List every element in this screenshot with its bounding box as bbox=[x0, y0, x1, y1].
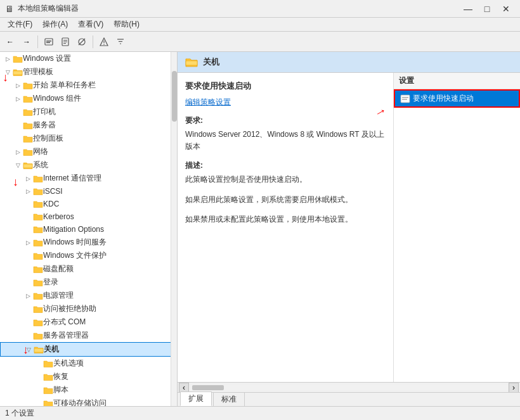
note-section: 如果启用此策略设置，则系统需要启用休眠模式。 bbox=[185, 194, 386, 206]
expander-internet-comm[interactable]: ▷ bbox=[23, 174, 33, 184]
expander-kdc bbox=[23, 199, 33, 209]
toolbar-btn4[interactable] bbox=[96, 34, 112, 49]
tree-item-disk-quota[interactable]: 磁盘配额 bbox=[0, 262, 177, 276]
tree-item-mitigation-options[interactable]: Mitigation Options bbox=[0, 223, 177, 236]
tab-standard[interactable]: 标准 bbox=[213, 392, 245, 406]
expander-windows-settings[interactable]: ▷ bbox=[3, 54, 13, 64]
tree-item-login[interactable]: 登录 bbox=[0, 276, 177, 289]
folder-icon-removable-storage bbox=[43, 398, 53, 407]
label-windows-components: Windows 组件 bbox=[33, 93, 81, 104]
tree-item-windows-settings[interactable]: ▷ Windows 设置 bbox=[0, 52, 177, 65]
label-shutdown-options: 关机选项 bbox=[53, 358, 84, 369]
folder-icon-server bbox=[23, 120, 33, 130]
menu-file[interactable]: 文件(F) bbox=[3, 18, 37, 31]
tree-item-system[interactable]: ▽ 系统 bbox=[0, 158, 177, 172]
svg-rect-5 bbox=[63, 41, 67, 42]
tree-item-access-denied[interactable]: 访问被拒绝协助 bbox=[0, 302, 177, 315]
hscrollbar[interactable]: ‹ › bbox=[178, 382, 520, 392]
expander-windows-time[interactable]: ▷ bbox=[23, 238, 33, 248]
description-text: 此策略设置控制是否使用快速启动。 bbox=[185, 174, 386, 186]
folder-icon-windows-settings bbox=[13, 54, 23, 64]
tree-item-iscsi[interactable]: ▷ iSCSI bbox=[0, 185, 177, 198]
expander-printer bbox=[13, 107, 23, 117]
folder-icon-internet-comm bbox=[33, 174, 43, 184]
tree-item-shutdown[interactable]: ▽ 关机 bbox=[0, 342, 177, 357]
tree-item-kerberos[interactable]: Kerberos bbox=[0, 210, 177, 223]
statusbar: 1 个设置 bbox=[0, 406, 520, 420]
menu-action[interactable]: 操作(A) bbox=[37, 18, 73, 31]
tree-item-power-mgmt[interactable]: ▷ 电源管理 bbox=[0, 289, 177, 302]
menubar: 文件(F) 操作(A) 查看(V) 帮助(H) bbox=[0, 18, 520, 32]
label-printer: 打印机 bbox=[33, 106, 56, 117]
toolbar-btn1[interactable] bbox=[41, 34, 56, 49]
tree-item-network[interactable]: ▷ 网络 bbox=[0, 145, 177, 158]
header-folder-icon bbox=[185, 56, 198, 68]
folder-icon-windows-components bbox=[23, 94, 33, 104]
minimize-button[interactable]: — bbox=[459, 2, 477, 16]
tree-item-printer[interactable]: 打印机 bbox=[0, 105, 177, 118]
expander-shutdown[interactable]: ▽ bbox=[23, 345, 34, 355]
expander-iscsi[interactable]: ▷ bbox=[23, 186, 33, 196]
menu-view[interactable]: 查看(V) bbox=[73, 18, 108, 31]
policy-link[interactable]: 编辑策略设置 bbox=[185, 97, 231, 108]
tree-item-shutdown-options[interactable]: 关机选项 bbox=[0, 357, 177, 370]
tree-item-recovery[interactable]: 恢复 bbox=[0, 370, 177, 383]
toolbar-sep1 bbox=[37, 35, 38, 48]
expander-start-menu[interactable]: ▷ bbox=[13, 80, 23, 91]
folder-icon-kdc bbox=[33, 199, 43, 209]
expander-windows-file-protect bbox=[23, 251, 33, 261]
expander-network[interactable]: ▷ bbox=[13, 147, 23, 157]
tree-item-windows-time[interactable]: ▷ Windows 时间服务 bbox=[0, 236, 177, 249]
svg-rect-0 bbox=[45, 39, 53, 45]
tree-item-windows-file-protect[interactable]: Windows 文件保护 bbox=[0, 249, 177, 262]
tree-item-distributed-com[interactable]: 分布式 COM bbox=[0, 315, 177, 329]
tree-item-control-panel[interactable]: 控制面板 bbox=[0, 132, 177, 145]
svg-rect-16 bbox=[402, 97, 408, 98]
toolbar-forward[interactable]: → bbox=[19, 34, 34, 49]
label-distributed-com: 分布式 COM bbox=[43, 317, 86, 328]
expander-recovery bbox=[33, 372, 43, 382]
right-header-title: 关机 bbox=[203, 56, 219, 68]
expander-windows-components[interactable]: ▷ bbox=[13, 94, 23, 104]
toolbar-filter[interactable] bbox=[113, 34, 128, 49]
tree-scrollbar[interactable] bbox=[171, 52, 177, 406]
settings-item-label: 要求使用快速启动 bbox=[413, 93, 474, 104]
expander-scripts bbox=[33, 385, 43, 395]
menu-help[interactable]: 帮助(H) bbox=[108, 18, 145, 31]
expander-power-mgmt[interactable]: ▷ bbox=[23, 291, 33, 301]
tree-item-internet-comm[interactable]: ▷ Internet 通信管理 bbox=[0, 172, 177, 185]
label-windows-file-protect: Windows 文件保护 bbox=[43, 250, 107, 261]
folder-icon-shutdown bbox=[34, 345, 44, 355]
maximize-button[interactable]: □ bbox=[478, 2, 496, 16]
description-title: 描述: bbox=[185, 160, 386, 171]
label-login: 登录 bbox=[43, 277, 58, 288]
toolbar-btn2[interactable] bbox=[58, 34, 73, 49]
tree-item-removable-storage[interactable]: 可移动存储访问 bbox=[0, 397, 177, 406]
folder-icon-network bbox=[23, 147, 33, 157]
folder-icon-mitigation-options bbox=[33, 224, 43, 234]
folder-icon-control-panel bbox=[23, 134, 33, 144]
tree-item-scripts[interactable]: 脚本 bbox=[0, 383, 177, 397]
expander-login bbox=[23, 277, 33, 288]
titlebar-left: 🖥 本地组策略编辑器 bbox=[5, 3, 79, 14]
close-button[interactable]: ✕ bbox=[497, 2, 515, 16]
hscroll-right[interactable]: › bbox=[509, 383, 519, 393]
tab-expand[interactable]: 扩展 bbox=[180, 391, 212, 406]
folder-icon-recovery bbox=[43, 372, 53, 382]
settings-panel: 设置 要求使用快速启动 bbox=[393, 73, 520, 382]
tree-item-server-mgr[interactable]: 服务器管理器 bbox=[0, 329, 177, 342]
tree-item-windows-components[interactable]: ▷ Windows 组件 bbox=[0, 92, 177, 105]
expander-system[interactable]: ▽ bbox=[13, 160, 23, 170]
toolbar-back[interactable]: ← bbox=[3, 34, 18, 49]
settings-item-fast-boot[interactable]: 要求使用快速启动 bbox=[394, 89, 520, 108]
toolbar-btn3[interactable] bbox=[74, 34, 89, 49]
tree-panel[interactable]: ▷ Windows 设置 ▽ 管理模板 ▷ 开始 菜单和任务栏 ▷ Window… bbox=[0, 52, 178, 406]
tree-item-kdc[interactable]: KDC bbox=[0, 198, 177, 210]
toolbar-sep2 bbox=[93, 35, 93, 48]
expander-admin-templates[interactable]: ▽ bbox=[3, 67, 13, 77]
tree-item-server[interactable]: 服务器 bbox=[0, 118, 177, 132]
folder-icon-system bbox=[23, 160, 33, 170]
tree-item-start-menu[interactable]: ▷ 开始 菜单和任务栏 bbox=[0, 79, 177, 92]
tree-item-admin-templates[interactable]: ▽ 管理模板 bbox=[0, 65, 177, 79]
label-kerberos: Kerberos bbox=[43, 212, 74, 221]
